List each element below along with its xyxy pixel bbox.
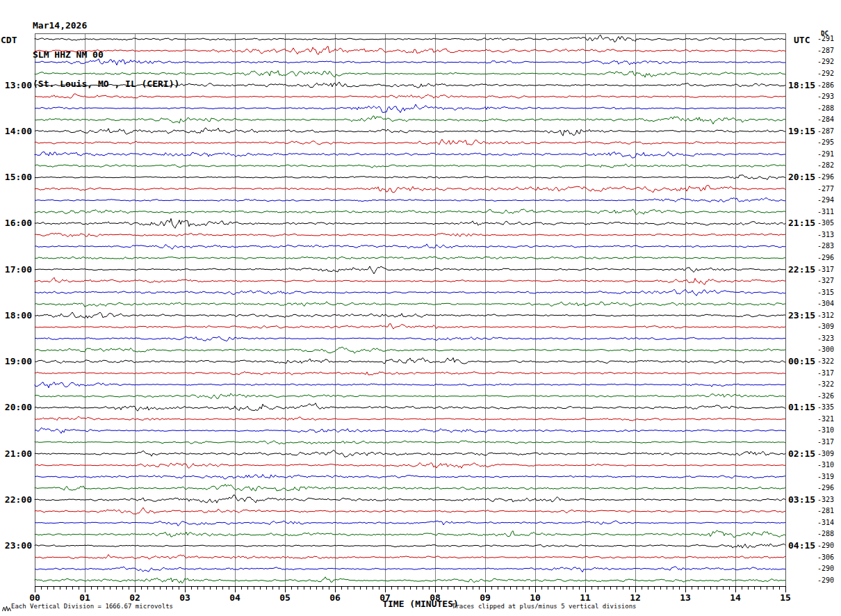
seismogram-trace — [35, 394, 785, 398]
right-time-label: 23:15 — [788, 311, 815, 321]
dc-offset-value: -277 — [817, 186, 840, 193]
x-axis-tick-label: 04 — [220, 592, 250, 603]
seismogram-trace — [35, 257, 785, 259]
right-time-label: 01:15 — [788, 403, 815, 412]
dc-offset-value: -312 — [817, 312, 840, 319]
right-time-label: 04:15 — [788, 541, 815, 551]
dc-offset-value: -323 — [817, 335, 840, 342]
seismogram-trace — [35, 233, 785, 237]
right-time-label: 03:15 — [788, 495, 815, 505]
dc-offset-value: -321 — [817, 416, 840, 423]
seismogram-trace — [35, 371, 785, 375]
seismogram-trace — [35, 403, 785, 412]
left-time-label: 16:00 — [0, 218, 32, 228]
right-time-label: 02:15 — [788, 449, 815, 459]
dc-offset-value: -286 — [817, 82, 840, 89]
seismogram-trace — [35, 175, 785, 180]
logo-squiggle-icon — [2, 605, 12, 613]
seismogram-trace — [35, 441, 785, 444]
right-time-label: 18:15 — [788, 81, 815, 90]
dc-offset-value: -323 — [817, 496, 840, 503]
x-axis-tick-label: 03 — [170, 592, 200, 603]
seismogram-trace — [35, 186, 785, 193]
dc-offset-value: -322 — [817, 381, 840, 388]
dc-offset-value: -310 — [817, 462, 840, 469]
dc-offset-value: -294 — [817, 197, 840, 204]
left-time-label: 20:00 — [0, 403, 32, 412]
seismogram-trace — [35, 530, 785, 537]
dc-offset-value: -309 — [817, 451, 840, 457]
dc-offset-value: -315 — [817, 289, 840, 296]
seismogram-trace — [35, 266, 785, 274]
left-timezone-label: CDT — [1, 35, 17, 45]
x-axis-tick-label: 05 — [270, 592, 300, 603]
left-time-label: 23:00 — [0, 541, 32, 551]
left-time-label: 21:00 — [0, 449, 32, 459]
helicorder-page: Mar14,2026 SLM HHZ NM 00 (St. Louis, MO … — [0, 0, 841, 616]
footer-scale-note: Each Vertical Division = 1666.67 microvo… — [11, 603, 173, 610]
seismogram-trace — [35, 312, 785, 318]
dc-offset-value: -326 — [817, 393, 840, 400]
dc-offset-value: -310 — [817, 427, 840, 434]
seismogram-trace — [35, 244, 785, 250]
dc-offset-value: -335 — [817, 404, 840, 411]
x-axis-tick-label: 06 — [320, 592, 350, 603]
dc-offset-value: -296 — [817, 254, 840, 261]
right-time-label: 22:15 — [788, 265, 815, 275]
dc-offset-value: -282 — [817, 162, 840, 169]
left-time-label: 17:00 — [0, 265, 32, 275]
dc-offset-value: -283 — [817, 243, 840, 250]
footer-clip-note: Traces clipped at plus/minus 5 vertical … — [452, 603, 637, 610]
right-time-label: 20:15 — [788, 172, 815, 182]
dc-offset-value: -327 — [817, 277, 840, 284]
left-time-label: 19:00 — [0, 357, 32, 366]
seismogram-trace — [35, 152, 785, 158]
left-time-label: 18:00 — [0, 311, 32, 321]
dc-offset-value: -290 — [817, 565, 840, 572]
dc-offset-value: -317 — [817, 370, 840, 377]
dc-offset-value: -293 — [817, 93, 840, 100]
dc-offset-value: -322 — [817, 358, 840, 365]
dc-offset-value: -281 — [817, 508, 840, 514]
seismogram-trace — [35, 164, 785, 168]
right-time-label: 21:15 — [788, 218, 815, 228]
dc-offset-value: -287 — [817, 128, 840, 135]
seismogram-trace — [35, 347, 785, 353]
seismogram-trace — [35, 128, 785, 136]
dc-offset-value: -290 — [817, 542, 840, 549]
dc-offset-value: -317 — [817, 439, 840, 446]
title-block: Mar14,2026 SLM HHZ NM 00 (St. Louis, MO … — [33, 1, 179, 108]
x-axis-tick-label: 15 — [770, 592, 801, 603]
dc-offset-value: -313 — [817, 232, 840, 238]
right-time-label: 00:15 — [788, 357, 815, 366]
dc-offset-value: -287 — [817, 47, 840, 54]
seismogram-trace — [35, 521, 785, 526]
left-time-label: 13:00 — [0, 81, 32, 90]
title-location: (St. Louis, MO , IL (CERI)) — [33, 79, 179, 89]
right-timezone-label: UTC — [794, 35, 810, 45]
x-axis-tick-label: 10 — [520, 592, 550, 603]
seismogram-trace — [35, 495, 785, 503]
x-axis-tick-label: 11 — [570, 592, 601, 603]
dc-offset-value: -292 — [817, 58, 840, 65]
seismogram-trace — [35, 577, 785, 583]
seismogram-trace — [35, 302, 785, 307]
dc-offset-value: -292 — [817, 70, 840, 77]
title-date: Mar14,2026 — [33, 21, 179, 31]
seismogram-trace — [35, 544, 785, 548]
dc-offset-value: -291 — [817, 35, 840, 42]
dc-offset-value: -290 — [817, 577, 840, 584]
dc-offset-value: -305 — [817, 220, 840, 227]
dc-offset-value: -288 — [817, 530, 840, 537]
left-time-label: 15:00 — [0, 172, 32, 182]
seismogram-trace — [35, 218, 785, 228]
x-axis-tick-label: 13 — [670, 592, 701, 603]
seismogram-trace — [35, 337, 785, 341]
x-axis-tick-label: 12 — [620, 592, 651, 603]
title-station: SLM HHZ NM 00 — [33, 50, 179, 60]
seismogram-trace — [35, 428, 785, 433]
x-axis-tick-label: 01 — [70, 592, 100, 603]
x-axis-tick-label: 02 — [120, 592, 150, 603]
dc-offset-value: -288 — [817, 105, 840, 112]
seismogram-trace — [35, 324, 785, 330]
